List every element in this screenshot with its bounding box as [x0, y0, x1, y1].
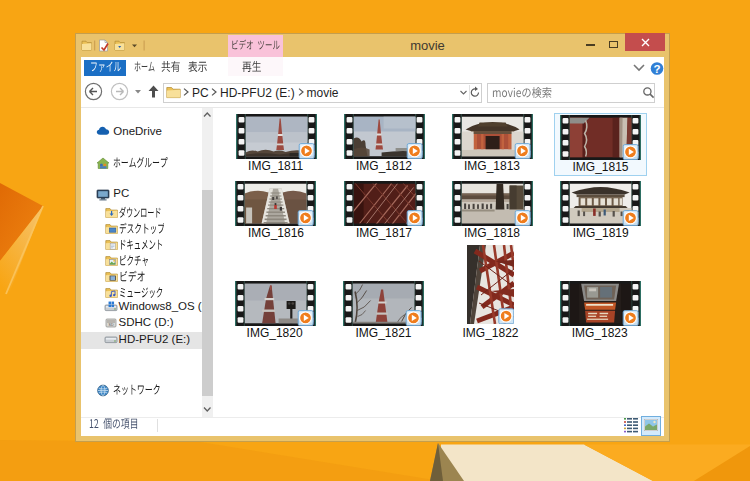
svg-text:SD: SD [109, 323, 114, 327]
svg-text:?: ? [653, 63, 660, 75]
